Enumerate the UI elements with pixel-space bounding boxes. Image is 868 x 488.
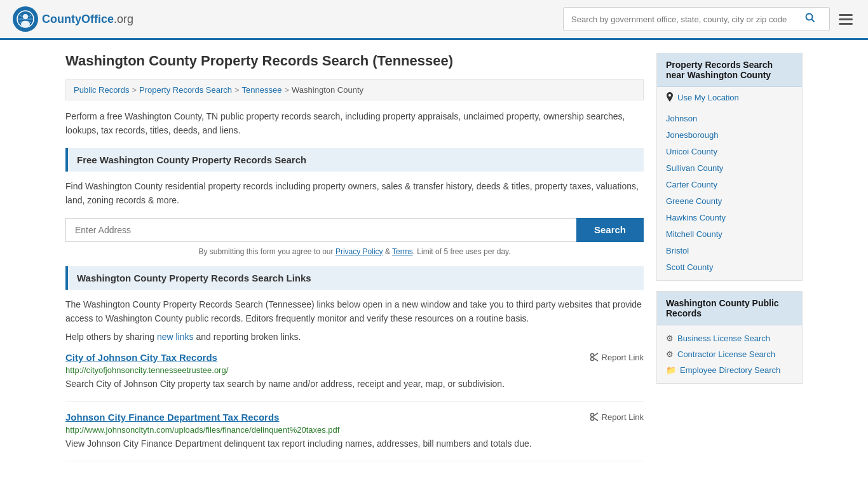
breadcrumb-tennessee[interactable]: Tennessee — [242, 85, 282, 95]
nearby-link[interactable]: Unicoi County — [666, 147, 717, 156]
use-location-label: Use My Location — [677, 93, 739, 102]
reporting-text: and reporting broken links. — [196, 332, 301, 342]
header-search-input[interactable] — [564, 10, 799, 29]
report-link-button[interactable]: Report Link — [589, 352, 644, 362]
nearby-link[interactable]: Bristol — [666, 246, 689, 255]
sidebar-public-record-item: 📁Employee Directory Search — [657, 362, 802, 378]
nearby-link[interactable]: Jonesborough — [666, 130, 718, 140]
svg-point-15 — [668, 94, 671, 97]
sidebar-nearby-item: Carter County — [657, 176, 802, 193]
nearby-link[interactable]: Carter County — [666, 180, 717, 189]
nearby-link[interactable]: Hawkins County — [666, 213, 726, 222]
nearby-link[interactable]: Johnson — [666, 114, 697, 123]
links-section-heading: Washington County Property Records Searc… — [65, 266, 644, 290]
logo-icon — [13, 6, 38, 32]
hamburger-line-3 — [839, 23, 853, 25]
record-description: Search City of Johnson City property tax… — [65, 377, 644, 391]
sidebar-public-record-item: ⚙Contractor License Search — [657, 346, 802, 362]
sidebar-nearby-item: Jonesborough — [657, 126, 802, 143]
sidebar-nearby-item: Johnson — [657, 110, 802, 126]
disclaimer-text: By submitting this form you agree to our — [198, 247, 333, 256]
breadcrumb-sep-2: > — [234, 85, 240, 95]
sidebar-nearby-item: Unicoi County — [657, 143, 802, 159]
hamburger-line-2 — [839, 18, 853, 20]
header-search-icon — [805, 13, 815, 23]
address-input[interactable] — [65, 218, 576, 242]
logo-area: CountyOffice.org — [13, 6, 133, 32]
svg-point-12 — [590, 417, 593, 421]
record-list: City of Johnson City Tax Records Report … — [65, 352, 644, 461]
breadcrumb-sep-1: > — [132, 85, 137, 95]
svg-point-1 — [23, 14, 28, 19]
address-form: Search — [65, 218, 644, 242]
header-search-button[interactable] — [799, 8, 822, 30]
sidebar-nearby-section: Property Records Search near Washington … — [656, 53, 803, 281]
breadcrumb-public-records[interactable]: Public Records — [74, 85, 129, 95]
sidebar-nearby-item: Mitchell County — [657, 226, 802, 242]
record-url[interactable]: http://www.johnsoncitytn.com/uploads/fil… — [65, 425, 644, 435]
public-record-link[interactable]: Contractor License Search — [677, 349, 775, 359]
report-link-button[interactable]: Report Link — [589, 412, 644, 422]
nearby-link[interactable]: Sullivan County — [666, 163, 723, 173]
sidebar-nearby-item: Scott County — [657, 259, 802, 275]
links-sharing: Help others by sharing new links and rep… — [65, 332, 644, 342]
hamburger-menu[interactable] — [836, 11, 855, 27]
logo-county: CountyOffice — [42, 13, 114, 25]
nearby-link[interactable]: Greene County — [666, 196, 722, 206]
sidebar-nearby-item: Bristol — [657, 242, 802, 259]
breadcrumb: Public Records > Property Records Search… — [65, 79, 644, 100]
free-search-description: Find Washington County residential prope… — [65, 179, 644, 208]
record-item-header: Johnson City Finance Department Tax Reco… — [65, 412, 644, 423]
breadcrumb-washington-county: Washington County — [292, 85, 363, 95]
new-links-link[interactable]: new links — [157, 332, 194, 342]
links-description: The Washington County Property Records S… — [65, 297, 644, 326]
public-record-link[interactable]: Business License Search — [677, 334, 770, 343]
record-item-title[interactable]: City of Johnson City Tax Records — [65, 352, 217, 363]
nearby-link[interactable]: Mitchell County — [666, 229, 722, 239]
sidebar-record-icon: ⚙ — [666, 334, 674, 343]
privacy-policy-link[interactable]: Privacy Policy — [336, 247, 383, 256]
sidebar-public-records-section: Washington County Public Records ⚙Busine… — [656, 291, 803, 384]
sidebar-record-icon: ⚙ — [666, 349, 674, 359]
sidebar-record-icon: 📁 — [666, 365, 676, 375]
record-item-header: City of Johnson City Tax Records Report … — [65, 352, 644, 363]
free-search-heading: Free Washington County Property Records … — [65, 148, 644, 172]
address-search-button[interactable]: Search — [576, 218, 644, 242]
record-url[interactable]: http://cityofjohnsoncity.tennesseetruste… — [65, 365, 644, 375]
nearby-link[interactable]: Scott County — [666, 262, 713, 272]
sidebar-nearby-item: Sullivan County — [657, 159, 802, 176]
record-item: City of Johnson City Tax Records Report … — [65, 352, 644, 402]
use-my-location[interactable]: Use My Location — [657, 87, 802, 105]
header-right — [563, 7, 855, 31]
intro-description: Perform a free Washington County, TN pub… — [65, 109, 644, 138]
breadcrumb-property-records-search[interactable]: Property Records Search — [139, 85, 232, 95]
breadcrumb-sep-3: > — [284, 85, 289, 95]
svg-point-5 — [806, 14, 813, 20]
record-item-title[interactable]: Johnson City Finance Department Tax Reco… — [65, 412, 279, 423]
page-title: Washington County Property Records Searc… — [65, 53, 644, 69]
public-records-links-list: ⚙Business License Search⚙Contractor Lice… — [657, 325, 802, 383]
svg-point-7 — [590, 354, 593, 357]
scissors-icon — [589, 412, 599, 422]
sidebar-nearby-item: Greene County — [657, 193, 802, 209]
nearby-links-list: JohnsonJonesboroughUnicoi CountySullivan… — [657, 105, 802, 280]
header: CountyOffice.org — [0, 0, 868, 40]
limit-text: . Limit of 5 free uses per day. — [413, 247, 511, 256]
main-container: Washington County Property Records Searc… — [53, 40, 815, 484]
svg-point-11 — [590, 414, 593, 417]
logo-svg — [17, 10, 34, 28]
terms-link[interactable]: Terms — [392, 247, 413, 256]
header-search-bar — [563, 7, 830, 31]
sidebar-public-records-header: Washington County Public Records — [657, 292, 802, 325]
record-description: View Johnson City Finance Department del… — [65, 437, 644, 451]
content-area: Washington County Property Records Searc… — [65, 53, 644, 471]
svg-line-6 — [812, 20, 815, 22]
sidebar-public-record-item: ⚙Business License Search — [657, 330, 802, 346]
public-record-link[interactable]: Employee Directory Search — [680, 365, 780, 375]
sidebar: Property Records Search near Washington … — [656, 53, 803, 471]
hamburger-line-1 — [839, 14, 853, 16]
form-disclaimer: By submitting this form you agree to our… — [65, 247, 644, 256]
scissors-icon — [589, 352, 599, 362]
svg-point-8 — [590, 358, 593, 361]
logo-org: .org — [114, 13, 133, 25]
